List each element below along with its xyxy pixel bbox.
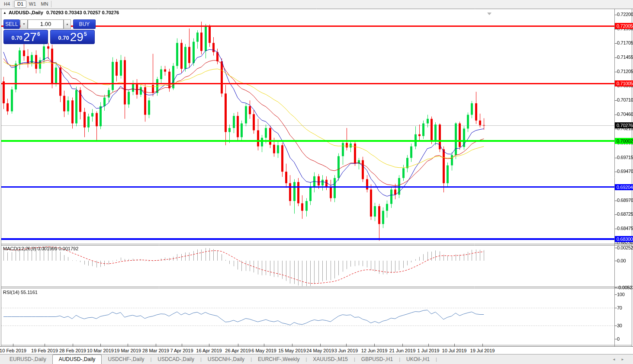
buy-price-box[interactable]: 0.70 29 5 [50, 30, 95, 44]
tab-bar: ◄ ► EURUSD-,DailyAUDUSD-,DailyUSDCHF-,Da… [0, 354, 633, 364]
price-level-badge: 0.72005 [615, 23, 633, 29]
price-level-badge: 0.70276 [615, 122, 633, 128]
date-axis-label: 10 Mar 2019 [87, 348, 114, 353]
volume-increase-button[interactable]: ▲ [64, 19, 71, 29]
rsi-axis-label: 0 [617, 336, 633, 342]
price-chart-canvas[interactable] [0, 9, 633, 347]
price-level-badge: 0.68300 [615, 236, 633, 242]
timeframe-button-d1[interactable]: D1 [14, 0, 26, 8]
price-axis-label: 0.69715 [617, 155, 633, 160]
date-axis-label: 15 May 2019 [278, 348, 306, 353]
date-axis-label: 6 May 2019 [251, 348, 276, 353]
macd-label: MACD(12,26,9) 0.001999 0.001792 [3, 246, 78, 251]
chart-symbol-label: AUDUSD-,Daily [9, 10, 43, 15]
buy-price-pip: 5 [84, 31, 87, 37]
chart-shift-marker-icon[interactable] [487, 13, 492, 15]
rsi-axis-label: 100 [617, 292, 633, 297]
price-axis-label: 0.70460 [617, 112, 633, 117]
date-axis-label: 3 Jun 2019 [334, 348, 358, 353]
price-level-badge: 0.71005 [615, 80, 633, 86]
rsi-axis-label: 30 [617, 323, 633, 329]
chart-tab-usdchfdaily[interactable]: USDCHF-,Daily [102, 355, 150, 364]
sell-price-pip: 6 [37, 31, 40, 37]
toolbar-separator [13, 1, 13, 7]
collapse-triangle-icon[interactable]: ▲ [3, 11, 6, 15]
date-axis-label: 1 Jul 2019 [418, 348, 440, 353]
date-axis-label: 16 Apr 2019 [196, 348, 222, 353]
chart-tab-usdcaddaily[interactable]: USDCAD-,Daily [151, 355, 200, 364]
macd-axis-label: -0.005234 [617, 285, 633, 291]
date-axis-label: 10 Feb 2019 [0, 348, 26, 353]
price-axis-label: 0.68475 [617, 226, 633, 231]
date-axis-label: 28 Feb 2019 [59, 348, 86, 353]
chart-tab-gbpusdh1[interactable]: GBPUSD-,H1 [355, 355, 399, 364]
date-axis-label: 28 Mar 2019 [142, 348, 169, 353]
date-axis-label: 10 Jul 2019 [442, 348, 467, 353]
macd-values: 0.001999 0.001792 [37, 246, 78, 251]
chart-tab-audusddaily[interactable]: AUDUSD-,Daily [52, 354, 102, 364]
timeframe-button-h4[interactable]: H4 [1, 0, 13, 7]
price-axis-label: 0.68970 [617, 198, 633, 203]
tab-separator: | [436, 355, 437, 362]
sell-price-prefix: 0.70 [11, 35, 22, 41]
date-axis-label: 21 Jun 2019 [389, 348, 416, 353]
price-axis-label: 0.68725 [617, 211, 633, 217]
buy-price-prefix: 0.70 [58, 35, 69, 41]
price-axis-label: 0.70710 [617, 97, 633, 103]
buy-button[interactable]: BUY [73, 19, 96, 29]
volume-input[interactable]: 1.00 [28, 19, 64, 29]
buy-price-main: 29 [70, 31, 84, 43]
trading-terminal: H4 D1 W1 MN ▲AUDUSD-,Daily0.70293 0.7034… [0, 0, 633, 364]
macd-name: MACD(12,26,9) [3, 246, 36, 251]
rsi-value: 55.1161 [21, 290, 38, 295]
chart-ohlc-values: 0.70293 0.70343 0.70257 0.70276 [46, 10, 119, 15]
sell-price-box[interactable]: 0.70 27 6 [3, 30, 48, 44]
date-axis-label: 26 Apr 2019 [225, 348, 251, 353]
chart-tab-ukoilh1[interactable]: UKOil-,H1 [400, 355, 436, 364]
timeframe-button-mn[interactable]: MN [39, 0, 50, 7]
date-axis-label: 12 Jun 2019 [361, 348, 388, 353]
sell-button[interactable]: SELL [3, 19, 20, 29]
rsi-name: RSI(14) [3, 290, 19, 295]
chart-title: ▲AUDUSD-,Daily0.70293 0.70343 0.70257 0.… [3, 10, 119, 15]
timeframe-button-w1[interactable]: W1 [27, 0, 38, 7]
tab-scroll-right-icon[interactable]: ► [621, 358, 624, 361]
sell-price-main: 27 [23, 31, 37, 43]
macd-axis-label: 0.00 [617, 258, 633, 264]
date-axis-label: 24 May 2019 [306, 348, 334, 353]
volume-decrease-button[interactable]: ▼ [20, 19, 28, 29]
date-axis-label: 7 Apr 2019 [170, 348, 193, 353]
price-level-badge: 0.70002 [615, 138, 633, 144]
toolbar-separator [51, 1, 51, 7]
date-axis-label: 19 Feb 2019 [31, 348, 58, 353]
price-axis-label: 0.71205 [617, 69, 633, 74]
date-axis-label: 19 Jul 2019 [470, 348, 495, 353]
timeframe-toolbar: H4 D1 W1 MN [0, 0, 633, 9]
chart-tab-eurchfweekly[interactable]: EURCHF-,Weekly [252, 355, 305, 364]
rsi-label: RSI(14) 55.1161 [3, 290, 38, 295]
price-axis-label: 0.72200 [617, 12, 633, 17]
rsi-axis-label: 70 [617, 305, 633, 311]
one-click-trade-panel: SELL ▼ 1.00 ▲ BUY 0.70 27 6 0.70 29 5 [3, 19, 96, 45]
price-axis-label: 0.69470 [617, 169, 633, 174]
price-axis-label: 0.71705 [617, 40, 633, 46]
price-axis-label: 0.71455 [617, 54, 633, 60]
price-level-badge: 0.69204 [615, 184, 633, 190]
chart-tab-eurusddaily[interactable]: EURUSD-,Daily [3, 355, 52, 364]
chart-tab-xauusdm15[interactable]: XAUUSD-,M15 [307, 355, 354, 364]
tab-scroll-left-icon[interactable]: ◄ [612, 358, 616, 361]
date-axis-label: 19 Mar 2019 [114, 348, 141, 353]
macd-axis-label: 0.002522 [617, 245, 633, 251]
chart-tab-usdcnhdaily[interactable]: USDCNH-,Daily [202, 355, 251, 364]
